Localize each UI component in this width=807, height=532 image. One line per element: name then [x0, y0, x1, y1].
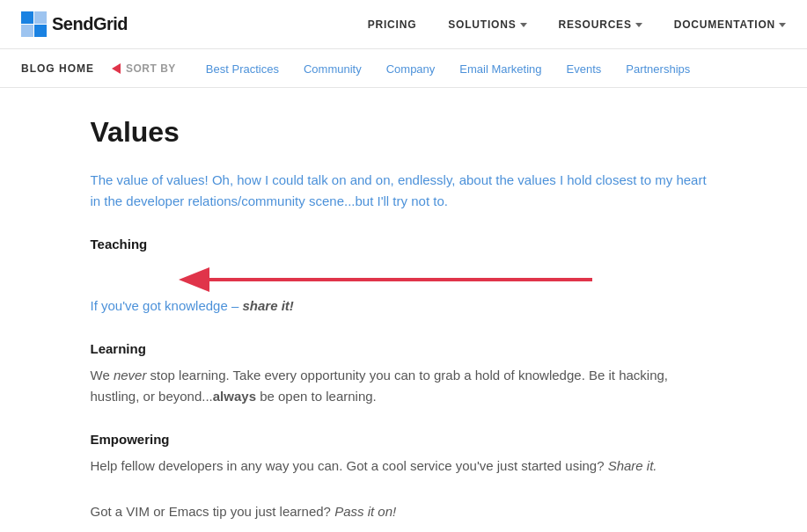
learning-body: We never stop learning. Take every oppor… [91, 365, 717, 407]
teaching-section: Teaching If you've got knowledge – share… [91, 237, 717, 317]
learning-text-bold: always [213, 389, 256, 404]
logo-icon [21, 11, 47, 37]
category-link-company[interactable]: Company [374, 62, 448, 76]
main-nav-links: PRICING SOLUTIONS RESOURCES DOCUMENTATIO… [368, 18, 786, 31]
nav-item-pricing[interactable]: PRICING [368, 18, 417, 31]
empowering-heading: Empowering [91, 432, 717, 447]
learning-text-intro: We [91, 368, 114, 383]
page-title: Values [91, 116, 717, 149]
svg-marker-1 [179, 267, 209, 292]
logo-text: SendGrid [52, 14, 128, 34]
red-arrow-icon [161, 260, 601, 300]
teaching-heading: Teaching [91, 237, 717, 251]
blog-home-link[interactable]: BLOG HOME [21, 62, 94, 75]
nav-link-resources[interactable]: RESOURCES [559, 18, 642, 31]
category-events[interactable]: Events [554, 62, 614, 76]
category-link-email-marketing[interactable]: Email Marketing [447, 62, 554, 76]
empowering-body-p2: Got a VIM or Emacs tip you just learned?… [91, 501, 717, 522]
category-partnerships[interactable]: Partnerships [613, 62, 702, 76]
category-link-best-practices[interactable]: Best Practices [194, 62, 291, 76]
category-link-community[interactable]: Community [291, 62, 374, 76]
category-community[interactable]: Community [291, 62, 374, 76]
nav-link-solutions[interactable]: SOLUTIONS [448, 18, 526, 31]
intro-paragraph: The value of values! Oh, how I could tal… [91, 170, 717, 212]
blog-navigation: BLOG HOME SORT BY Best Practices Communi… [0, 49, 807, 88]
main-content: Values The value of values! Oh, how I co… [70, 88, 738, 532]
sort-by-label: SORT BY [126, 62, 176, 75]
nav-item-resources[interactable]: RESOURCES [559, 18, 642, 31]
chevron-down-icon [520, 23, 527, 27]
nav-link-documentation[interactable]: DOCUMENTATION [674, 18, 786, 31]
nav-link-pricing[interactable]: PRICING [368, 18, 417, 31]
nav-item-documentation[interactable]: DOCUMENTATION [674, 18, 786, 31]
learning-section: Learning We never stop learning. Take ev… [91, 341, 717, 407]
empowering-text-p1-start: Help fellow developers in any way you ca… [91, 458, 608, 473]
arrow-annotation [91, 260, 717, 304]
empowering-text-p1-italic: Share it. [608, 458, 657, 473]
empowering-text-p2-start: Got a VIM or Emacs tip you just learned? [91, 504, 335, 519]
sort-by-wrapper: SORT BY [112, 62, 176, 75]
category-company[interactable]: Company [374, 62, 448, 76]
sort-arrow-icon [112, 63, 121, 74]
chevron-down-icon [635, 23, 642, 27]
empowering-body-p1: Help fellow developers in any way you ca… [91, 455, 717, 477]
learning-text-end: be open to learning. [256, 389, 377, 404]
chevron-down-icon [779, 23, 786, 27]
blog-category-links: Best Practices Community Company Email M… [194, 62, 702, 76]
category-link-partnerships[interactable]: Partnerships [613, 62, 702, 76]
empowering-text-p2-italic: Pass it on! [334, 504, 396, 519]
category-link-events[interactable]: Events [554, 62, 614, 76]
nav-item-solutions[interactable]: SOLUTIONS [448, 18, 526, 31]
learning-text-italic: never [114, 368, 147, 383]
category-email-marketing[interactable]: Email Marketing [447, 62, 554, 76]
logo[interactable]: SendGrid [21, 11, 128, 37]
top-navigation: SendGrid PRICING SOLUTIONS RESOURCES DOC… [0, 0, 807, 49]
empowering-section: Empowering Help fellow developers in any… [91, 432, 717, 522]
learning-text-mid: stop learning. Take every opportunity yo… [91, 368, 669, 404]
learning-heading: Learning [91, 341, 717, 356]
category-best-practices[interactable]: Best Practices [194, 62, 291, 76]
